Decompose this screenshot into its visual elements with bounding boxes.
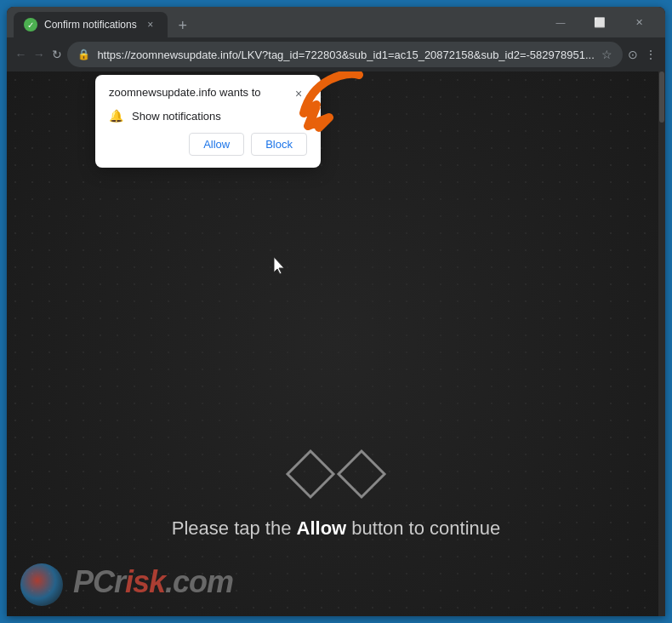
bell-icon: 🔔 xyxy=(109,109,123,123)
new-tab-button[interactable]: + xyxy=(171,14,195,37)
page-message: Please tap the Allow button to continue xyxy=(7,517,665,540)
notification-popup: zoomnewsupdate.info wants to × 🔔 Show no… xyxy=(95,75,321,168)
back-button[interactable]: ← xyxy=(14,43,28,66)
message-bold: Allow xyxy=(297,517,347,539)
active-tab[interactable]: ✓ Confirm notifications × xyxy=(14,12,168,37)
profile-icon: ⊙ xyxy=(628,48,638,61)
popup-buttons: Allow Block xyxy=(109,133,307,156)
profile-button[interactable]: ⊙ xyxy=(626,43,641,66)
permission-text: Show notifications xyxy=(132,110,221,123)
orange-arrow xyxy=(295,71,372,138)
watermark-text: PCrisk.com xyxy=(73,560,243,609)
tab-close-button[interactable]: × xyxy=(144,18,157,31)
tab-title: Confirm notifications xyxy=(44,19,137,31)
close-window-button[interactable]: ✕ xyxy=(619,7,658,37)
mouse-cursor xyxy=(274,257,284,274)
message-suffix: button to continue xyxy=(346,517,500,539)
address-bar[interactable]: 🔒 https://zoomnewsupdate.info/LKV?tag_id… xyxy=(67,42,622,67)
forward-icon: → xyxy=(33,48,45,61)
page-center: Please tap the Allow button to continue xyxy=(7,444,665,540)
page-content: zoomnewsupdate.info wants to × 🔔 Show no… xyxy=(7,71,665,616)
window-controls: — ⬜ ✕ xyxy=(541,7,665,37)
watermark-logo xyxy=(20,563,63,606)
popup-title: zoomnewsupdate.info wants to xyxy=(109,85,290,100)
menu-button[interactable]: ⋮ xyxy=(644,43,658,66)
title-bar: ✓ Confirm notifications × + — ⬜ ✕ xyxy=(7,7,665,37)
navigation-bar: ← → ↻ 🔒 https://zoomnewsupdate.info/LKV?… xyxy=(7,37,665,71)
message-prefix: Please tap the xyxy=(172,517,297,539)
popup-header: zoomnewsupdate.info wants to × xyxy=(109,85,307,102)
minimize-button[interactable]: — xyxy=(541,7,580,37)
lock-icon: 🔒 xyxy=(77,49,90,60)
watermark: PCrisk.com xyxy=(20,560,243,609)
refresh-button[interactable]: ↻ xyxy=(49,43,64,66)
back-icon: ← xyxy=(15,48,27,61)
infinity-logo xyxy=(7,444,665,504)
url-text: https://zoomnewsupdate.info/LKV?tag_id=7… xyxy=(97,49,594,61)
tab-favicon: ✓ xyxy=(24,18,37,31)
browser-window: ✓ Confirm notifications × + — ⬜ ✕ ← → ↻ … xyxy=(7,7,665,616)
refresh-icon: ↻ xyxy=(52,48,62,61)
popup-permission-row: 🔔 Show notifications xyxy=(109,109,307,123)
menu-icon: ⋮ xyxy=(645,48,657,61)
tab-strip: ✓ Confirm notifications × + xyxy=(7,7,195,37)
forward-button[interactable]: → xyxy=(31,43,46,66)
maximize-button[interactable]: ⬜ xyxy=(580,7,619,37)
svg-text:PCrisk.com: PCrisk.com xyxy=(73,564,233,599)
allow-button[interactable]: Allow xyxy=(189,133,244,156)
bookmark-icon[interactable]: ☆ xyxy=(601,48,612,61)
scrollbar-thumb[interactable] xyxy=(659,71,664,123)
